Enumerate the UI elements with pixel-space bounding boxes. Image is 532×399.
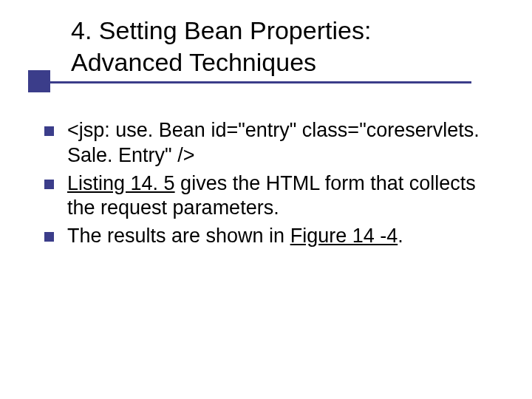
slide-body: <jsp: use. Bean id="entry" class="corese… xyxy=(44,118,488,252)
list-item-text: Listing 14. 5 gives the HTML form that c… xyxy=(67,171,488,222)
text-pre: The results are shown in xyxy=(67,225,290,247)
text-link: Listing 14. 5 xyxy=(67,172,175,194)
text-link: Figure 14 -4 xyxy=(290,225,398,247)
list-item: <jsp: use. Bean id="entry" class="corese… xyxy=(44,118,488,168)
title-line-2: Advanced Techniques xyxy=(71,47,485,78)
slide-title: 4. Setting Bean Properties: Advanced Tec… xyxy=(71,15,485,78)
bullet-icon xyxy=(44,126,54,136)
bullet-icon xyxy=(44,180,54,189)
text-pre: <jsp: use. Bean id="entry" class="corese… xyxy=(67,119,480,166)
title-underline xyxy=(28,81,471,83)
title-line-1: 4. Setting Bean Properties: xyxy=(71,15,485,47)
list-item: The results are shown in Figure 14 -4. xyxy=(44,224,488,249)
bullet-icon xyxy=(44,232,54,242)
list-item-text: <jsp: use. Bean id="entry" class="corese… xyxy=(67,118,488,168)
list-item: Listing 14. 5 gives the HTML form that c… xyxy=(44,171,488,222)
list-item-text: The results are shown in Figure 14 -4. xyxy=(67,224,403,249)
slide: 4. Setting Bean Properties: Advanced Tec… xyxy=(0,0,532,399)
text-post: . xyxy=(398,225,403,247)
